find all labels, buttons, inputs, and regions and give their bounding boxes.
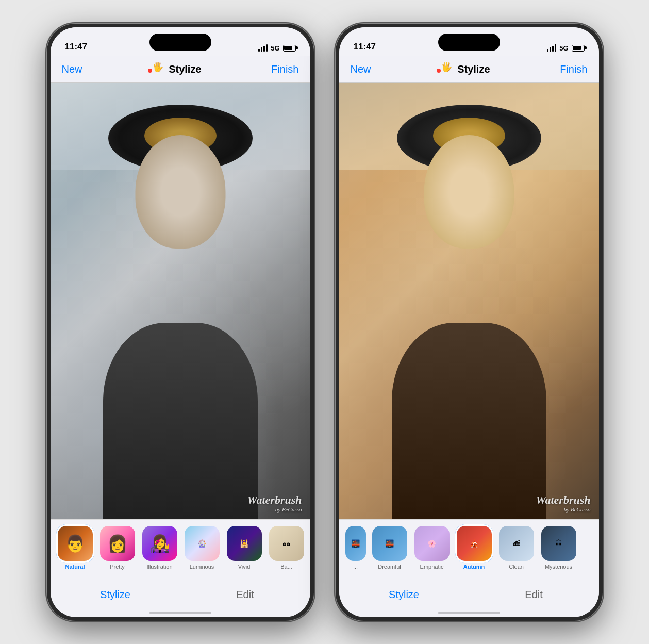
nav-center-left: 🖐 Stylize	[152, 61, 201, 77]
filter-label-scrolled: ...	[353, 564, 358, 570]
filter-item-basic[interactable]: 🏘 Ba...	[268, 526, 305, 570]
waterbrush-text-right: Waterbrush by BeCasso	[536, 494, 591, 513]
image-area-right[interactable]: Waterbrush by BeCasso	[339, 83, 599, 519]
right-phone-frame: 11:47 5G New	[335, 23, 603, 621]
filter-thumb-clean: 🏙	[499, 526, 534, 561]
signal-dot-3	[263, 46, 265, 52]
filter-thumb-vivid: 🕌	[227, 526, 262, 561]
image-area-left[interactable]: Waterbrush by BeCasso	[51, 83, 310, 519]
magic-wand-icon-right: 🖐	[441, 62, 452, 72]
filter-face-dreamful: 🌉	[372, 526, 407, 561]
filter-item-natural[interactable]: 👨 Natural	[57, 526, 94, 570]
filter-strip-left: 👨 Natural 👩 Pretty 👩‍🎤 Illustration	[51, 519, 310, 576]
body-right	[392, 323, 546, 519]
filter-label-natural: Natural	[65, 564, 85, 570]
magic-icon-wrap-left: 🖐	[152, 61, 163, 77]
tab-edit-label-right: Edit	[525, 589, 542, 601]
finish-button-left[interactable]: Finish	[271, 63, 298, 75]
tab-bar-right: Stylize Edit	[339, 576, 599, 613]
filter-label-mysterious: Mysterious	[545, 564, 572, 570]
home-bar-left	[149, 612, 211, 614]
filter-item-pretty[interactable]: 👩 Pretty	[99, 526, 136, 570]
signal-dot-1	[258, 49, 260, 52]
filter-item-dreamful[interactable]: 🌉 Dreamful	[371, 526, 408, 570]
filter-face-natural: 👨	[58, 526, 93, 561]
nav-title-right: Stylize	[457, 63, 490, 75]
filter-face-scrolled: 🌉	[345, 526, 366, 561]
filter-face-pretty: 👩	[100, 526, 135, 561]
filter-label-vivid: Vivid	[238, 564, 251, 570]
tab-edit-left[interactable]: Edit	[180, 589, 310, 601]
signal-dot-4	[266, 44, 268, 52]
signal-dot-r3	[552, 46, 554, 52]
tab-stylize-left[interactable]: Stylize	[51, 589, 180, 601]
signal-dot-2	[261, 47, 262, 52]
filter-thumb-emphatic: 🌸	[414, 526, 450, 561]
tab-edit-label-left: Edit	[236, 589, 254, 601]
tab-bar-left: Stylize Edit	[51, 576, 310, 613]
dynamic-island-left	[149, 34, 211, 51]
home-indicator-right	[339, 613, 599, 617]
left-phone-frame: 11:47 5G New	[46, 23, 314, 621]
face-right	[424, 135, 514, 249]
nav-center-right: 🖐 Stylize	[441, 61, 490, 77]
signal-type-right: 5G	[559, 44, 568, 52]
filter-face-luminous: 🎡	[185, 526, 220, 561]
filter-label-emphatic: Emphatic	[420, 564, 444, 570]
filter-face-vivid: 🕌	[227, 526, 262, 561]
status-right-right: 5G	[547, 44, 584, 52]
filter-item-mysterious[interactable]: 🏛 Mysterious	[540, 526, 577, 570]
battery-fill-left	[284, 46, 292, 50]
filter-item-autumn[interactable]: 🎪 Autumn	[456, 526, 493, 570]
tab-stylize-right[interactable]: Stylize	[339, 589, 469, 601]
magic-wand-icon-left: 🖐	[152, 62, 163, 72]
filter-label-pretty: Pretty	[110, 564, 125, 570]
tab-stylize-label-left: Stylize	[100, 589, 130, 601]
time-right: 11:47	[354, 42, 376, 52]
red-dot-right	[437, 69, 441, 73]
tab-edit-right[interactable]: Edit	[469, 589, 599, 601]
filter-item-emphatic[interactable]: 🌸 Emphatic	[413, 526, 451, 570]
home-indicator-left	[51, 613, 310, 617]
filter-face-mysterious: 🏛	[541, 526, 576, 561]
filter-thumb-autumn: 🎪	[457, 526, 492, 561]
filter-label-luminous: Luminous	[190, 564, 214, 570]
filter-thumb-mysterious: 🏛	[541, 526, 576, 561]
filter-label-clean: Clean	[509, 564, 524, 570]
filter-thumb-dreamful: 🌉	[372, 526, 407, 561]
new-button-right[interactable]: New	[351, 63, 371, 75]
filter-item-vivid[interactable]: 🕌 Vivid	[226, 526, 263, 570]
filter-item-scrolled[interactable]: 🌉 ...	[345, 526, 366, 570]
magic-icon-wrap-right: 🖐	[441, 61, 452, 77]
filter-item-luminous[interactable]: 🎡 Luminous	[184, 526, 221, 570]
signal-dot-r2	[550, 47, 551, 52]
body-left	[103, 323, 258, 519]
filter-face-autumn: 🎪	[457, 526, 492, 561]
nav-bar-right: New 🖐 Stylize Finish	[339, 56, 599, 83]
filter-thumb-natural: 👨	[58, 526, 93, 561]
signal-type-left: 5G	[271, 44, 279, 52]
battery-fill-right	[573, 46, 581, 50]
nav-bar-left: New 🖐 Stylize Finish	[51, 56, 310, 83]
filter-face-basic: 🏘	[269, 526, 304, 561]
filter-item-clean[interactable]: 🏙 Clean	[498, 526, 535, 570]
status-right-left: 5G	[258, 44, 295, 52]
new-button-left[interactable]: New	[62, 63, 82, 75]
dynamic-island-right	[438, 34, 500, 51]
finish-button-right[interactable]: Finish	[560, 63, 587, 75]
signal-dot-r1	[547, 49, 548, 52]
waterbrush-sub-left: by BeCasso	[247, 506, 302, 513]
filter-strip-right: 🌉 ... 🌉 Dreamful 🌸 Emphatic	[339, 519, 599, 576]
filter-thumb-luminous: 🎡	[185, 526, 220, 561]
filter-label-autumn: Autumn	[463, 564, 485, 570]
nav-title-left: Stylize	[169, 63, 201, 75]
home-bar-right	[438, 612, 500, 614]
signal-dot-r4	[555, 44, 556, 52]
filter-item-illustration[interactable]: 👩‍🎤 Illustration	[141, 526, 178, 570]
filter-label-illustration: Illustration	[146, 564, 172, 570]
filter-label-basic: Ba...	[280, 564, 292, 570]
filter-thumb-illustration: 👩‍🎤	[142, 526, 177, 561]
battery-left	[283, 45, 296, 52]
time-left: 11:47	[65, 42, 87, 52]
right-phone-screen: 11:47 5G New	[339, 27, 599, 617]
